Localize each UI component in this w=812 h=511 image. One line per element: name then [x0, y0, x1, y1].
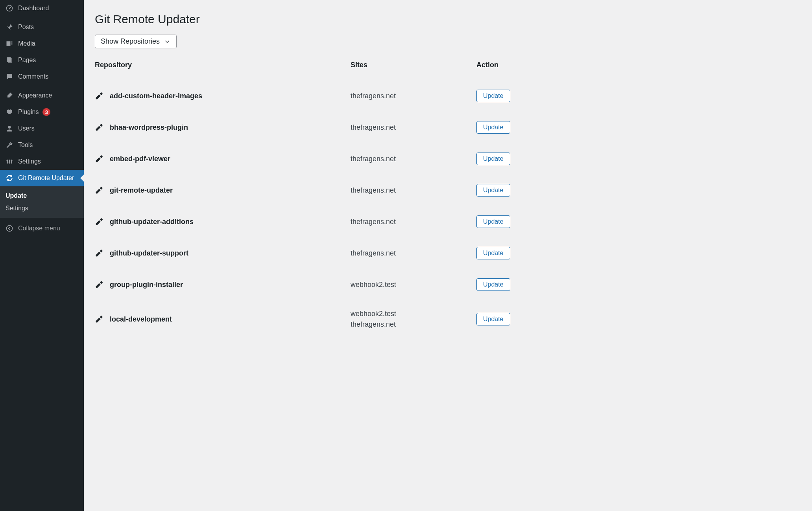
- plugin-icon: [95, 217, 103, 226]
- repo-name: git-remote-updater: [110, 186, 173, 195]
- update-button[interactable]: Update: [476, 215, 510, 228]
- sidebar-item-appearance[interactable]: Appearance: [0, 87, 84, 104]
- table-row: add-custom-header-imagesthefragens.netUp…: [95, 80, 524, 112]
- update-button[interactable]: Update: [476, 121, 510, 134]
- plugin-icon: [95, 280, 103, 289]
- pages-icon: [5, 55, 14, 65]
- pin-icon: [5, 22, 14, 32]
- media-icon: [5, 39, 14, 48]
- sites-cell: thefragens.net: [351, 143, 476, 175]
- action-cell: Update: [476, 237, 524, 269]
- sidebar-item-label: Plugins: [18, 108, 39, 116]
- repo-cell: local-development: [95, 300, 351, 338]
- sidebar-item-plugins[interactable]: Plugins3: [0, 104, 84, 120]
- comment-icon: [5, 72, 14, 81]
- sites-cell: webhook2.test: [351, 269, 476, 300]
- sidebar-item-label: Tools: [18, 142, 33, 149]
- sites-cell: webhook2.testthefragens.net: [351, 300, 476, 338]
- site-name: thefragens.net: [351, 92, 472, 100]
- sites-cell: thefragens.net: [351, 80, 476, 112]
- sites-cell: thefragens.net: [351, 112, 476, 143]
- table-row: github-updater-additionsthefragens.netUp…: [95, 206, 524, 237]
- table-row: bhaa-wordpress-pluginthefragens.netUpdat…: [95, 112, 524, 143]
- site-name: thefragens.net: [351, 218, 472, 226]
- site-name: thefragens.net: [351, 186, 472, 195]
- sidebar-item-label: Users: [18, 125, 35, 132]
- repo-name: group-plugin-installer: [110, 281, 183, 289]
- sidebar-item-media[interactable]: Media: [0, 35, 84, 52]
- plugin-icon: [95, 315, 103, 324]
- repo-name: github-updater-additions: [110, 218, 194, 226]
- update-button[interactable]: Update: [476, 313, 510, 325]
- collapse-menu-button[interactable]: Collapse menu: [0, 220, 84, 237]
- main-content: Git Remote Updater Show Repositories Rep…: [84, 0, 812, 511]
- submenu-item-settings[interactable]: Settings: [0, 202, 84, 215]
- sidebar-item-comments[interactable]: Comments: [0, 68, 84, 85]
- repo-cell: group-plugin-installer: [95, 269, 351, 300]
- wrench-icon: [5, 140, 14, 150]
- table-row: embed-pdf-viewerthefragens.netUpdate: [95, 143, 524, 175]
- show-repositories-select[interactable]: Show Repositories: [95, 35, 177, 48]
- sidebar-item-pages[interactable]: Pages: [0, 52, 84, 68]
- repo-name: add-custom-header-images: [110, 92, 202, 100]
- action-cell: Update: [476, 269, 524, 300]
- settings-icon: [5, 157, 14, 166]
- sidebar-submenu: UpdateSettings: [0, 186, 84, 218]
- repo-cell: github-updater-additions: [95, 206, 351, 237]
- sidebar-item-label: Posts: [18, 24, 34, 31]
- table-row: group-plugin-installerwebhook2.testUpdat…: [95, 269, 524, 300]
- table-row: github-updater-supportthefragens.netUpda…: [95, 237, 524, 269]
- sites-cell: thefragens.net: [351, 175, 476, 206]
- plugin-icon: [95, 186, 103, 195]
- user-icon: [5, 124, 14, 133]
- update-button[interactable]: Update: [476, 278, 510, 291]
- sites-cell: thefragens.net: [351, 206, 476, 237]
- plugin-icon: [95, 92, 103, 100]
- repo-cell: embed-pdf-viewer: [95, 143, 351, 175]
- sidebar-item-dashboard[interactable]: Dashboard: [0, 0, 84, 17]
- action-cell: Update: [476, 80, 524, 112]
- sidebar-item-label: Pages: [18, 57, 36, 64]
- sidebar-item-git-remote-updater[interactable]: Git Remote Updater: [0, 170, 84, 186]
- action-cell: Update: [476, 175, 524, 206]
- sidebar-item-label: Appearance: [18, 92, 52, 99]
- table-row: local-developmentwebhook2.testthefragens…: [95, 300, 524, 338]
- collapse-label: Collapse menu: [18, 225, 60, 232]
- repo-name: local-development: [110, 315, 172, 324]
- sidebar-item-users[interactable]: Users: [0, 120, 84, 137]
- repo-name: github-updater-support: [110, 249, 188, 257]
- sidebar-item-settings[interactable]: Settings: [0, 153, 84, 170]
- action-cell: Update: [476, 112, 524, 143]
- col-header-action: Action: [476, 57, 524, 80]
- repo-cell: bhaa-wordpress-plugin: [95, 112, 351, 143]
- table-row: git-remote-updaterthefragens.netUpdate: [95, 175, 524, 206]
- repo-cell: add-custom-header-images: [95, 80, 351, 112]
- sidebar-item-label: Git Remote Updater: [18, 175, 74, 182]
- repo-cell: git-remote-updater: [95, 175, 351, 206]
- col-header-sites: Sites: [351, 57, 476, 80]
- sidebar-item-label: Dashboard: [18, 5, 49, 12]
- submenu-item-update[interactable]: Update: [0, 189, 84, 202]
- site-name: thefragens.net: [351, 249, 472, 257]
- page-title: Git Remote Updater: [95, 6, 801, 31]
- plug-icon: [5, 107, 14, 117]
- plugin-icon: [95, 154, 103, 163]
- site-name: thefragens.net: [351, 320, 472, 329]
- action-cell: Update: [476, 300, 524, 338]
- plugin-icon: [95, 249, 103, 257]
- plugin-icon: [95, 123, 103, 132]
- sidebar-item-tools[interactable]: Tools: [0, 137, 84, 153]
- site-name: thefragens.net: [351, 155, 472, 163]
- update-button[interactable]: Update: [476, 184, 510, 197]
- update-button[interactable]: Update: [476, 153, 510, 165]
- dashboard-icon: [5, 4, 14, 13]
- sidebar-item-label: Comments: [18, 73, 48, 80]
- update-button[interactable]: Update: [476, 247, 510, 259]
- site-name: thefragens.net: [351, 123, 472, 132]
- update-button[interactable]: Update: [476, 90, 510, 102]
- repositories-table: Repository Sites Action add-custom-heade…: [95, 57, 524, 338]
- chevron-down-icon: [164, 38, 171, 45]
- admin-sidebar: DashboardPostsMediaPagesCommentsAppearan…: [0, 0, 84, 511]
- update-count-badge: 3: [42, 108, 50, 116]
- sidebar-item-posts[interactable]: Posts: [0, 19, 84, 35]
